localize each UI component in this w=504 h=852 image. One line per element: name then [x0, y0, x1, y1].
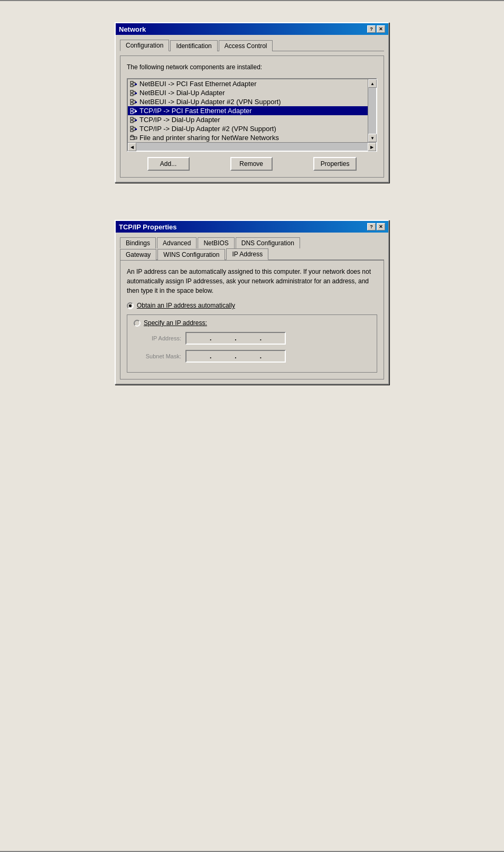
list-item[interactable]: TCP/IP -> Dial-Up Adapter #2 (VPN Suppor…	[128, 124, 368, 133]
ip-address-row: IP Address: . . .	[134, 332, 370, 345]
radio-specify[interactable]: Specify an IP address:	[134, 319, 370, 327]
listbox-items-area[interactable]: NetBEUI -> PCI Fast Ethernet Adapter	[128, 79, 368, 142]
svg-rect-35	[135, 128, 137, 130]
remove-button[interactable]: Remove	[230, 157, 273, 171]
tab-bindings[interactable]: Bindings	[120, 237, 156, 248]
properties-button[interactable]: Properties	[313, 157, 357, 171]
ip-octet-2[interactable]	[213, 334, 232, 342]
list-item-selected[interactable]: TCP/IP -> PCI Fast Ethernet Adapter	[128, 106, 368, 115]
svg-rect-11	[135, 92, 137, 94]
list-item[interactable]: NetBEUI -> PCI Fast Ethernet Adapter	[128, 79, 368, 88]
svg-rect-5	[135, 84, 137, 85]
subnet-octet-2[interactable]	[213, 352, 232, 360]
scroll-track	[368, 88, 376, 134]
subnet-dot-2: .	[235, 353, 236, 360]
tab-wins-configuration[interactable]: WINS Configuration	[157, 249, 225, 260]
svg-rect-1	[130, 85, 133, 87]
tcpip-title: TCP/IP Properties	[119, 223, 177, 231]
tcpip-tabs-container: Bindings Advanced NetBIOS DNS Configurat…	[120, 237, 384, 260]
tcpip-titlebar-buttons: ? ✕	[367, 223, 385, 230]
radio-obtain[interactable]: Obtain an IP address automatically	[127, 302, 377, 309]
radio-obtain-label: Obtain an IP address automatically	[137, 302, 235, 309]
svg-rect-31	[130, 129, 133, 132]
list-item[interactable]: NetBEUI -> Dial-Up Adapter #2 (VPN Suppo…	[128, 97, 368, 106]
svg-rect-13	[130, 103, 133, 105]
network-tabs: Configuration Identification Access Cont…	[120, 39, 384, 51]
ip-octet-1[interactable]	[189, 334, 208, 342]
svg-rect-17	[135, 101, 137, 103]
page-wrapper: Network ? ✕ Configuration Identification	[0, 0, 504, 852]
radio-specify-circle[interactable]	[134, 320, 141, 327]
tcpip-tabs-row2: Gateway WINS Configuration IP Address	[120, 248, 384, 260]
tcpip-close-button[interactable]: ✕	[377, 223, 385, 230]
ip-address-label: IP Address:	[134, 335, 181, 341]
horizontal-scrollbar[interactable]: ◀ ▶	[128, 142, 376, 151]
list-item[interactable]: NetBEUI -> Dial-Up Adapter	[128, 88, 368, 97]
ip-octet-4[interactable]	[264, 334, 283, 342]
network-icon	[130, 135, 137, 141]
list-item[interactable]: File and printer sharing for NetWare Net…	[128, 133, 368, 142]
subnet-mask-row: Subnet Mask: . . .	[134, 350, 370, 363]
svg-rect-0	[130, 81, 133, 84]
close-button[interactable]: ✕	[377, 25, 385, 33]
svg-rect-18	[130, 108, 133, 110]
scroll-right-btn[interactable]: ▶	[368, 143, 376, 151]
list-item[interactable]: TCP/IP -> Dial-Up Adapter	[128, 115, 368, 124]
ip-dot-3: .	[260, 335, 262, 342]
network-buttons: Add... Remove Properties	[127, 157, 377, 171]
subnet-octet-1[interactable]	[189, 352, 208, 360]
svg-rect-12	[130, 99, 133, 101]
svg-rect-6	[130, 90, 133, 92]
svg-rect-7	[130, 94, 133, 96]
tab-configuration[interactable]: Configuration	[120, 40, 169, 51]
h-scroll-track	[136, 143, 368, 151]
svg-rect-37	[131, 135, 133, 137]
tab-dns-configuration[interactable]: DNS Configuration	[236, 237, 300, 248]
scroll-up-btn[interactable]: ▲	[368, 79, 377, 88]
svg-rect-25	[130, 121, 133, 123]
scroll-left-btn[interactable]: ◀	[128, 143, 136, 151]
network-description: The following network components are ins…	[127, 62, 377, 72]
radio-specify-label: Specify an IP address:	[144, 319, 207, 327]
titlebar-buttons: ? ✕	[367, 25, 385, 33]
tab-netbios[interactable]: NetBIOS	[198, 237, 234, 248]
ip-dot-1: .	[210, 335, 211, 342]
svg-rect-19	[130, 112, 133, 114]
listbox-scroll-wrapper: NetBEUI -> PCI Fast Ethernet Adapter	[128, 79, 376, 142]
ip-address-fields: . . .	[185, 332, 286, 345]
tab-ip-address[interactable]: IP Address	[226, 248, 268, 260]
subnet-octet-4[interactable]	[264, 352, 283, 360]
network-icon	[130, 99, 137, 105]
ip-octet-3[interactable]	[239, 334, 258, 342]
network-icon	[130, 108, 137, 114]
main-content: Network ? ✕ Configuration Identification	[0, 1, 504, 851]
tab-access-control[interactable]: Access Control	[219, 40, 273, 51]
network-icon	[130, 90, 137, 96]
network-icon	[130, 81, 137, 87]
subnet-mask-label: Subnet Mask:	[134, 353, 181, 359]
tcpip-help-button[interactable]: ?	[367, 223, 376, 230]
radio-obtain-circle[interactable]	[127, 302, 134, 309]
subnet-dot-1: .	[210, 353, 211, 360]
svg-rect-23	[135, 110, 137, 112]
tcpip-tab-panel: An IP address can be automatically assig…	[120, 260, 384, 379]
svg-rect-24	[130, 117, 133, 119]
specify-ip-fieldset: Specify an IP address: IP Address: . .	[127, 314, 377, 373]
vertical-scrollbar[interactable]: ▲ ▼	[368, 79, 376, 142]
tab-gateway[interactable]: Gateway	[120, 249, 156, 260]
scroll-down-btn[interactable]: ▼	[368, 134, 377, 142]
help-button[interactable]: ?	[367, 25, 376, 33]
tcpip-titlebar: TCP/IP Properties ? ✕	[116, 221, 388, 233]
subnet-octet-3[interactable]	[239, 352, 258, 360]
tcpip-body: Bindings Advanced NetBIOS DNS Configurat…	[116, 233, 388, 384]
add-button[interactable]: Add...	[147, 157, 190, 171]
svg-rect-30	[130, 126, 133, 128]
network-body: Configuration Identification Access Cont…	[116, 35, 388, 182]
tab-advanced[interactable]: Advanced	[157, 237, 197, 248]
ip-dot-2: .	[235, 335, 236, 342]
network-title: Network	[119, 25, 146, 33]
network-dialog: Network ? ✕ Configuration Identification	[115, 22, 389, 183]
svg-rect-29	[135, 119, 137, 121]
tab-identification[interactable]: Identification	[170, 40, 217, 51]
network-icon	[130, 126, 137, 132]
